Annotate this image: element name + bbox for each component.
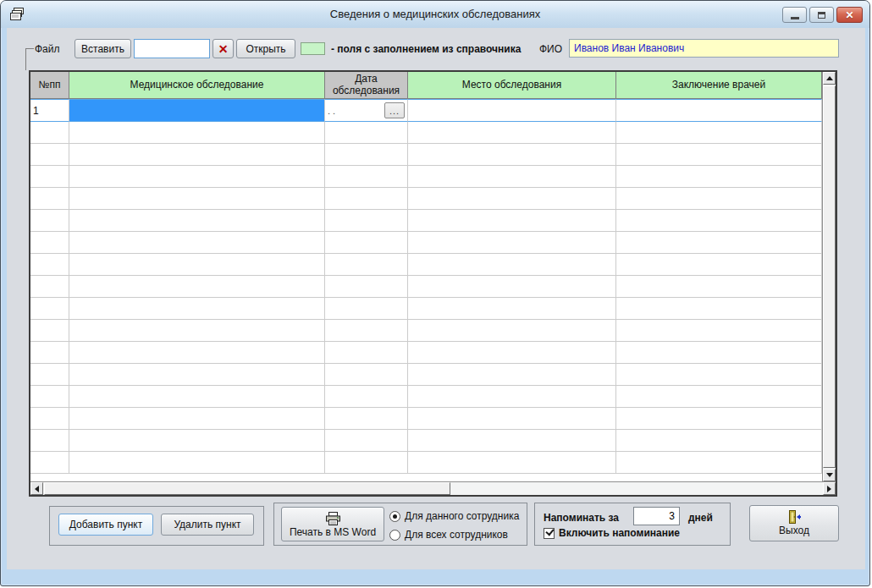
horizontal-scroll-thumb[interactable]: [44, 482, 450, 495]
table-cell[interactable]: [69, 144, 325, 166]
title-bar[interactable]: Сведения о медицинских обследованиях ✕: [1, 1, 869, 28]
table-row[interactable]: [30, 452, 822, 474]
table-cell[interactable]: [325, 232, 408, 254]
table-row[interactable]: [30, 298, 822, 320]
table-cell[interactable]: [408, 166, 616, 188]
table-cell[interactable]: [325, 386, 408, 408]
radio-current-employee[interactable]: Для данного сотрудника: [389, 510, 519, 522]
radio-all-employees[interactable]: Для всех сотрудников: [389, 529, 508, 541]
table-cell[interactable]: [69, 166, 325, 188]
remind-days-input[interactable]: [633, 507, 680, 525]
table-cell[interactable]: [616, 122, 822, 144]
table-cell[interactable]: [69, 364, 325, 386]
print-word-button[interactable]: Печать в MS Word: [281, 507, 384, 541]
table-cell[interactable]: [30, 298, 69, 320]
table-row[interactable]: [30, 122, 822, 144]
table-cell[interactable]: [30, 364, 69, 386]
column-header-conclusion[interactable]: Заключение врачей: [616, 72, 822, 99]
clear-file-button[interactable]: ✕: [212, 39, 234, 58]
table-cell[interactable]: [30, 276, 69, 298]
delete-item-button[interactable]: Удалить пункт: [161, 514, 254, 536]
table-cell[interactable]: [69, 386, 325, 408]
table-row[interactable]: [30, 232, 822, 254]
table-row[interactable]: [30, 430, 822, 452]
paste-button[interactable]: Вставить: [75, 39, 131, 58]
table-cell[interactable]: [408, 276, 616, 298]
open-button[interactable]: Открыть: [236, 39, 295, 58]
table-cell[interactable]: [69, 210, 325, 232]
table-row[interactable]: [30, 166, 822, 188]
table-cell[interactable]: [616, 232, 822, 254]
table-row[interactable]: [30, 144, 822, 166]
table-row[interactable]: [30, 210, 822, 232]
table-cell[interactable]: [69, 232, 325, 254]
table-row[interactable]: [30, 408, 822, 430]
exam-cell[interactable]: [69, 99, 325, 122]
table-cell[interactable]: [408, 386, 616, 408]
reminder-checkbox-row[interactable]: Включить напоминание: [544, 527, 680, 539]
table-cell[interactable]: [325, 144, 408, 166]
table-cell[interactable]: [325, 408, 408, 430]
table-cell[interactable]: [616, 430, 822, 452]
horizontal-scrollbar[interactable]: [30, 481, 836, 495]
table-cell[interactable]: [30, 166, 69, 188]
table-cell[interactable]: [30, 144, 69, 166]
table-cell[interactable]: [325, 276, 408, 298]
table-cell[interactable]: [616, 276, 822, 298]
row-number-cell[interactable]: 1: [30, 99, 69, 122]
table-cell[interactable]: [325, 122, 408, 144]
place-cell[interactable]: [408, 99, 616, 122]
table-cell[interactable]: [408, 364, 616, 386]
table-cell[interactable]: [325, 320, 408, 342]
table-cell[interactable]: [30, 210, 69, 232]
table-cell[interactable]: [616, 342, 822, 364]
table-cell[interactable]: [30, 452, 69, 474]
table-cell[interactable]: [616, 166, 822, 188]
column-header-date[interactable]: Дата обследования: [325, 72, 408, 99]
table-cell[interactable]: [30, 386, 69, 408]
file-path-input[interactable]: [134, 39, 210, 58]
table-row[interactable]: [30, 386, 822, 408]
table-cell[interactable]: [408, 210, 616, 232]
table-cell[interactable]: [616, 254, 822, 276]
table-cell[interactable]: [69, 452, 325, 474]
table-cell[interactable]: [616, 364, 822, 386]
table-cell[interactable]: [408, 320, 616, 342]
table-cell[interactable]: [69, 408, 325, 430]
table-cell[interactable]: [69, 188, 325, 210]
table-cell[interactable]: [69, 320, 325, 342]
table-cell[interactable]: [616, 298, 822, 320]
close-button[interactable]: ✕: [836, 7, 863, 23]
table-cell[interactable]: [69, 342, 325, 364]
table-cell[interactable]: [325, 342, 408, 364]
table-cell[interactable]: [325, 430, 408, 452]
table-row[interactable]: [30, 342, 822, 364]
table-cell[interactable]: [69, 298, 325, 320]
table-cell[interactable]: [325, 210, 408, 232]
table-cell[interactable]: [408, 188, 616, 210]
column-header-exam[interactable]: Медицинское обследование: [69, 72, 325, 99]
exit-button[interactable]: Выход: [749, 505, 839, 541]
table-cell[interactable]: [69, 276, 325, 298]
column-header-place[interactable]: Место обследования: [408, 72, 616, 99]
table-row[interactable]: 1 . . ...: [30, 99, 822, 122]
table-cell[interactable]: [616, 408, 822, 430]
vertical-scrollbar[interactable]: [822, 72, 836, 481]
date-picker-button[interactable]: ...: [384, 102, 405, 118]
table-cell[interactable]: [616, 188, 822, 210]
table-cell[interactable]: [408, 342, 616, 364]
table-cell[interactable]: [325, 188, 408, 210]
table-cell[interactable]: [616, 320, 822, 342]
table-row[interactable]: [30, 364, 822, 386]
table-cell[interactable]: [616, 144, 822, 166]
table-cell[interactable]: [408, 232, 616, 254]
table-cell[interactable]: [408, 298, 616, 320]
vertical-scroll-thumb[interactable]: [823, 85, 836, 468]
table-cell[interactable]: [408, 430, 616, 452]
scroll-left-button[interactable]: [30, 482, 43, 495]
table-cell[interactable]: [408, 254, 616, 276]
table-cell[interactable]: [325, 166, 408, 188]
table-cell[interactable]: [30, 122, 69, 144]
table-row[interactable]: [30, 188, 822, 210]
table-cell[interactable]: [325, 452, 408, 474]
